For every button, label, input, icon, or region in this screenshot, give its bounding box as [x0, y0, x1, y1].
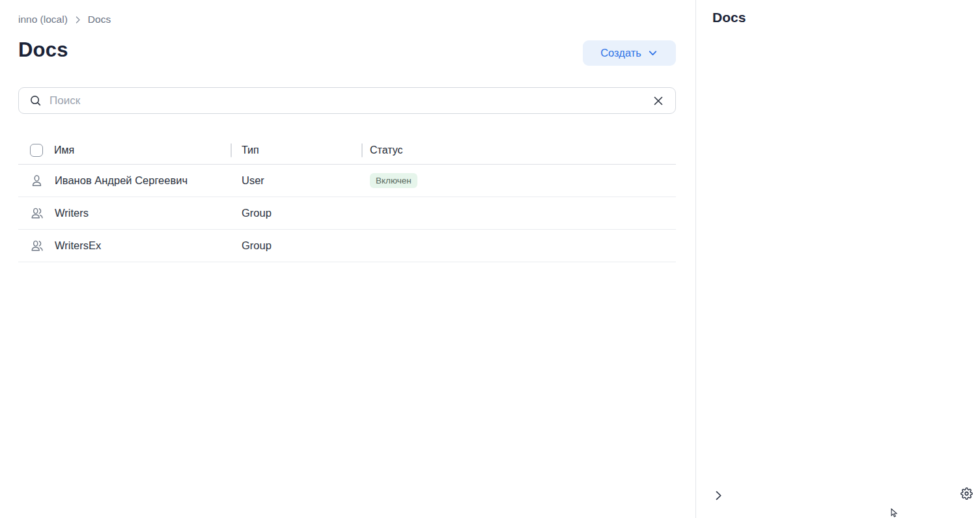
page-title: Docs	[18, 38, 68, 62]
create-button[interactable]: Создать	[583, 40, 676, 66]
main-content-area: inno (local) Docs Docs Создать Имя Тип	[0, 0, 695, 518]
side-panel-title: Docs	[712, 10, 746, 25]
row-type: Group	[242, 239, 272, 252]
search-input[interactable]	[49, 94, 651, 107]
table-row[interactable]: Writers Group	[18, 197, 676, 230]
breadcrumb-item-root[interactable]: inno (local)	[18, 14, 68, 25]
row-name: WritersEx	[55, 239, 101, 252]
create-button-label: Создать	[600, 47, 641, 59]
gear-icon	[960, 487, 973, 500]
row-type: Group	[242, 207, 272, 219]
details-side-panel: Docs	[695, 0, 980, 518]
table-row[interactable]: WritersEx Group	[18, 230, 676, 262]
objects-table: Имя Тип Статус Иванов Андрей Сергеевич	[18, 137, 676, 262]
close-icon	[652, 94, 665, 107]
search-bar	[18, 87, 676, 114]
search-icon	[29, 94, 42, 107]
user-icon	[30, 174, 44, 187]
table-header-row: Имя Тип Статус	[18, 137, 676, 165]
breadcrumb-item-current[interactable]: Docs	[88, 14, 111, 25]
table-row[interactable]: Иванов Андрей Сергеевич User Включен	[18, 165, 676, 197]
group-icon	[30, 206, 44, 220]
status-badge: Включен	[370, 173, 417, 189]
settings-button[interactable]	[959, 486, 974, 501]
chevron-right-icon	[74, 16, 82, 24]
group-icon	[30, 239, 44, 252]
expand-panel-button[interactable]	[712, 489, 725, 502]
select-all-checkbox[interactable]	[30, 144, 43, 157]
row-name: Иванов Андрей Сергеевич	[55, 174, 188, 187]
column-header-status: Статус	[370, 144, 403, 156]
chevron-right-icon	[713, 490, 724, 501]
column-header-type: Тип	[242, 144, 259, 156]
row-name: Writers	[55, 207, 89, 219]
row-type: User	[242, 174, 264, 187]
column-header-name: Имя	[54, 144, 74, 156]
chevron-down-icon	[647, 48, 658, 59]
breadcrumb: inno (local) Docs	[18, 14, 111, 25]
clear-search-button[interactable]	[651, 93, 666, 109]
